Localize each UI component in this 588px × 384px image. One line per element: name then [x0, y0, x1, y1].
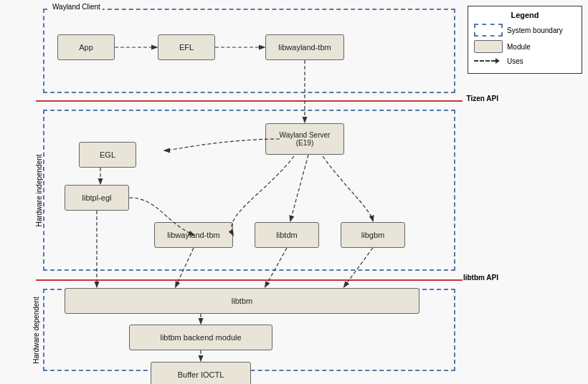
legend-system-boundary-label: System boundary	[507, 27, 563, 34]
legend-system-boundary: System boundary	[474, 24, 576, 37]
legend-box: Legend System boundary Module Uses	[468, 6, 582, 74]
wayland-client-label: Wayland Client	[50, 3, 103, 11]
diagram-container: Legend System boundary Module Uses Wayla…	[0, 0, 588, 384]
buffer-ioctl-module: Buffer IOCTL	[151, 362, 251, 384]
legend-module-icon	[474, 40, 503, 53]
legend-uses-item: Uses	[474, 57, 576, 65]
tizen-api-line	[36, 100, 463, 102]
libwayland-tbm-mid-module: libwayland-tbm	[154, 222, 233, 248]
efl-module: EFL	[158, 34, 215, 60]
libgbm-module: libgbm	[341, 222, 405, 248]
libtbm-api-line	[36, 279, 463, 281]
wayland-server-module: Wayland Server (E19)	[265, 123, 344, 155]
legend-title: Legend	[474, 11, 576, 19]
legend-sys-boundary-icon	[474, 24, 503, 37]
hw-dependent-label: Hardware dependent	[32, 297, 40, 363]
libwayland-tbm-top-module: libwayland-tbm	[265, 34, 344, 60]
legend-module-item: Module	[474, 40, 576, 53]
main-diagram: Wayland Client Tizen API Hardware indepe…	[43, 7, 455, 377]
libtbm-backend-module: libtbm backend module	[129, 325, 272, 350]
hw-independent-label: Hardware independent	[35, 154, 43, 226]
libtdm-module: libtdm	[255, 222, 319, 248]
egl-module: EGL	[79, 142, 136, 168]
legend-arrow-icon	[495, 58, 500, 64]
libtbm-module: libtbm	[65, 288, 419, 314]
tizen-api-label: Tizen API	[467, 95, 498, 102]
legend-module-label: Module	[507, 43, 531, 51]
legend-uses-label: Uses	[507, 57, 523, 65]
libtpl-egl-module: libtpl-egl	[65, 185, 129, 211]
legend-dashed-line	[474, 60, 495, 62]
libtbm-api-label: libtbm API	[463, 274, 498, 282]
app-module: App	[57, 34, 115, 60]
legend-uses-icon	[474, 57, 503, 65]
